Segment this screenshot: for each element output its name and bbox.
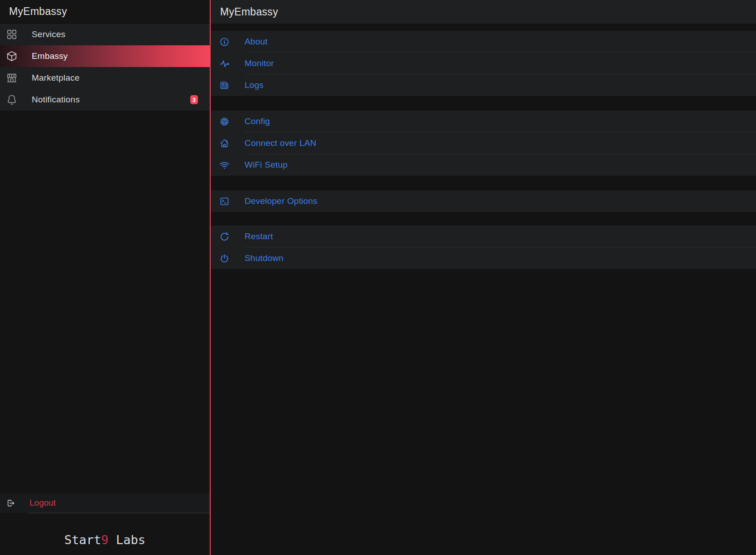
brand-prefix: Start bbox=[64, 533, 101, 547]
sidebar-menu: Services Embassy bbox=[0, 24, 210, 111]
menu-item-label: WiFi Setup bbox=[245, 160, 288, 170]
refresh-icon bbox=[219, 232, 230, 242]
sidebar-item-notifications[interactable]: Notifications 3 bbox=[0, 89, 210, 111]
storefront-icon bbox=[6, 72, 18, 84]
start9-labs-logo: Start9 Labs bbox=[0, 533, 210, 547]
sidebar-item-label: Services bbox=[32, 29, 65, 39]
menu-item-monitor[interactable]: Monitor bbox=[211, 53, 756, 74]
sidebar-item-embassy[interactable]: Embassy bbox=[0, 45, 210, 67]
menu-item-label: Config bbox=[245, 116, 270, 126]
logout-button[interactable]: Logout bbox=[0, 493, 210, 513]
log-out-icon bbox=[6, 499, 15, 507]
sidebar-item-marketplace[interactable]: Marketplace bbox=[0, 67, 210, 89]
menu-item-shutdown[interactable]: Shutdown bbox=[211, 247, 756, 269]
power-group: Restart Shutdown bbox=[211, 226, 756, 269]
menu-item-wifi-setup[interactable]: WiFi Setup bbox=[211, 154, 756, 176]
gear-icon bbox=[219, 116, 230, 127]
terminal-icon bbox=[219, 196, 230, 207]
sidebar-item-label: Marketplace bbox=[32, 73, 80, 83]
brand-suffix: Labs bbox=[109, 533, 145, 547]
cube-icon bbox=[6, 50, 18, 62]
menu-item-developer-options[interactable]: Developer Options bbox=[211, 190, 756, 212]
menu-item-label: Developer Options bbox=[245, 196, 318, 206]
menu-item-label: Shutdown bbox=[245, 253, 284, 263]
grid-icon bbox=[6, 29, 18, 40]
main-content: MyEmbassy About Monitor bbox=[211, 0, 756, 555]
newspaper-icon bbox=[219, 80, 230, 91]
menu-item-label: Monitor bbox=[245, 58, 274, 68]
sidebar-item-label: Notifications bbox=[32, 95, 80, 105]
developer-group: Developer Options bbox=[211, 190, 756, 212]
sidebar-item-label: Embassy bbox=[32, 51, 68, 61]
sidebar: MyEmbassy Services Embassy bbox=[0, 0, 210, 555]
menu-item-connect-lan[interactable]: Connect over LAN bbox=[211, 132, 756, 154]
menu-item-label: About bbox=[245, 37, 268, 47]
info-icon bbox=[219, 37, 230, 47]
logout-divider bbox=[29, 513, 210, 513]
server-info-group: About Monitor Logs bbox=[211, 31, 756, 96]
menu-item-about[interactable]: About bbox=[211, 31, 756, 53]
menu-item-label: Logs bbox=[245, 80, 264, 90]
menu-item-label: Connect over LAN bbox=[245, 138, 316, 148]
power-icon bbox=[219, 253, 230, 264]
brand-digit: 9 bbox=[101, 533, 108, 547]
notification-count-badge: 3 bbox=[190, 95, 198, 104]
page-title: MyEmbassy bbox=[211, 0, 756, 24]
menu-item-config[interactable]: Config bbox=[211, 111, 756, 132]
menu-item-restart[interactable]: Restart bbox=[211, 226, 756, 247]
menu-item-label: Restart bbox=[245, 232, 273, 241]
pulse-icon bbox=[219, 58, 230, 69]
wifi-icon bbox=[219, 160, 230, 170]
home-icon bbox=[219, 138, 230, 149]
logout-label: Logout bbox=[29, 498, 56, 508]
bell-icon bbox=[6, 94, 18, 106]
sidebar-title: MyEmbassy bbox=[0, 0, 210, 24]
menu-item-logs[interactable]: Logs bbox=[211, 74, 756, 96]
sidebar-item-services[interactable]: Services bbox=[0, 24, 210, 45]
server-config-group: Config Connect over LAN bbox=[211, 111, 756, 176]
